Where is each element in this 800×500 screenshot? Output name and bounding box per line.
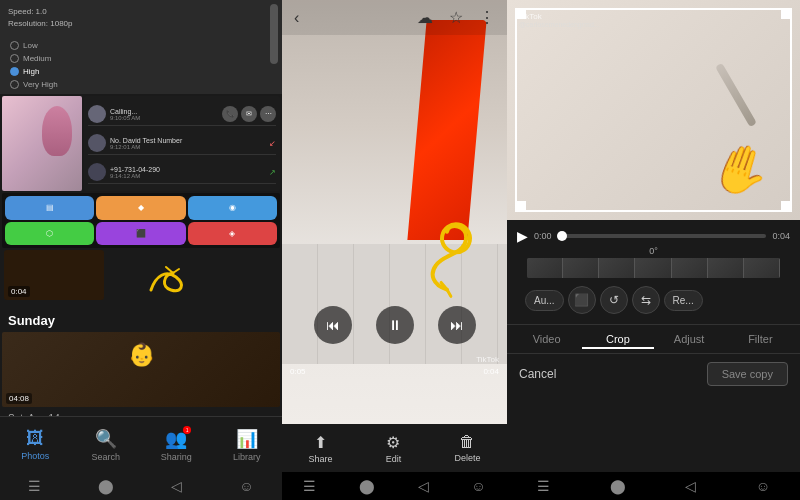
timestamp-left: 0:05 [290,367,306,376]
android-tasks-btn[interactable]: ☺ [239,478,253,494]
android-menu-btn-3[interactable]: ☰ [537,478,550,494]
thumb-row-top: Calling... 9:10:05 AM 📞 ✉ ⋯ No. David Te… [0,96,282,191]
tab-video-label: Video [533,333,561,345]
thumb-apps[interactable]: ▤ ◆ ◉ ⬡ ⬛ ◈ [2,193,280,248]
tiktok-info-label: TikTok [519,12,600,21]
thumb-calls[interactable]: Calling... 9:10:05 AM 📞 ✉ ⋯ No. David Te… [84,96,280,191]
rewind-button[interactable]: ⏮ [314,306,352,344]
back-icon[interactable]: ‹ [294,9,299,27]
delete-button[interactable]: 🗑 Delete [454,433,480,463]
android-tasks-btn-3[interactable]: ☺ [756,478,770,494]
cloud-icon[interactable]: ☁ [417,8,433,27]
forward-button[interactable]: ⏭ [438,306,476,344]
android-back-btn-2[interactable]: ◁ [418,478,429,494]
share-button[interactable]: ⬆ Share [309,433,333,464]
nav-search-label: Search [91,452,120,462]
android-home-btn[interactable]: ⬤ [98,478,114,494]
thumb-child-video[interactable]: 04:08 👶 [2,332,280,407]
android-tasks-btn-2[interactable]: ☺ [471,478,485,494]
aspect-ratio-btn[interactable]: ⬛ [568,286,596,314]
time-end: 0:04 [772,231,790,241]
resolution-label: Resolution: 1080p [8,18,73,30]
android-home-btn-2[interactable]: ⬤ [359,478,375,494]
save-copy-button[interactable]: Save copy [707,362,788,386]
android-back-btn-3[interactable]: ◁ [685,478,696,494]
re-label: Re... [673,295,694,306]
photos-panel: Speed: 1.0 Resolution: 1080p Low Medium … [0,0,282,500]
editor-video-bg: TikTok @carlosemenedengrmd... 🤚 [507,0,800,220]
crop-corner-bl[interactable] [516,201,526,211]
share-icon: ⬆ [314,433,327,452]
android-nav-panel1: ☰ ⬤ ◁ ☺ [0,472,282,500]
tab-adjust[interactable]: Adjust [654,331,725,349]
android-menu-btn[interactable]: ☰ [28,478,41,494]
timestamp-right: 0:04 [483,367,499,376]
nav-photos-label: Photos [21,451,49,461]
timeline-row: ▶ 0:00 0:04 [517,228,790,244]
app-icon-6: ◈ [188,222,277,246]
tab-filter[interactable]: Filter [725,331,796,349]
settings-bar: Speed: 1.0 Resolution: 1080p [0,0,282,36]
cancel-label: Cancel [519,367,556,381]
aspect-icon: ⬛ [574,293,589,307]
more-icon[interactable]: ⋮ [479,8,495,27]
editor-panel: TikTok @carlosemenedengrmd... 🤚 ▶ 0:00 0… [507,0,800,500]
editor-play-btn[interactable]: ▶ [517,228,528,244]
tab-video[interactable]: Video [511,331,582,349]
red-slide [407,20,486,240]
nav-search[interactable]: 🔍 Search [71,428,142,462]
section-sat: Sat, Aug 14 [0,409,282,416]
rotate-btn[interactable]: ↺ [600,286,628,314]
filmstrip-frame-7 [744,258,780,278]
app-icon-4: ⬡ [5,222,94,246]
video-panel: ‹ ☁ ☆ ⋮ TikTok ⏮ [282,0,507,500]
video-top-bar: ‹ ☁ ☆ ⋮ [282,0,507,35]
crop-corner-tr[interactable] [781,9,791,19]
tiktok-watermark: TikTok [476,355,499,364]
scrollbar[interactable] [270,4,278,64]
yellow-doodle [410,213,494,310]
android-home-btn-3[interactable]: ⬤ [610,478,626,494]
sharing-icon: 👥 1 [165,428,187,450]
auto-tool-btn[interactable]: Au... [525,290,564,311]
nav-sharing[interactable]: 👥 1 Sharing [141,428,212,462]
android-menu-btn-2[interactable]: ☰ [303,478,316,494]
android-back-btn[interactable]: ◁ [171,478,182,494]
editor-tools: Au... ⬛ ↺ ⇆ Re... [517,280,790,320]
quality-very-high[interactable]: Very High [8,79,274,90]
filmstrip-frame-5 [672,258,708,278]
flip-btn[interactable]: ⇆ [632,286,660,314]
rotation-value: 0° [649,246,658,256]
re-tool-btn[interactable]: Re... [664,290,703,311]
pause-button[interactable]: ⏸ [376,306,414,344]
quality-medium[interactable]: Medium [8,53,274,64]
photos-nav-bar: 🖼 Photos 🔍 Search 👥 1 Sharing 📊 Library [0,416,282,472]
quality-low[interactable]: Low [8,40,274,51]
android-nav-panel2: ☰ ⬤ ◁ ☺ [282,472,507,500]
filmstrip-frame-1 [527,258,563,278]
tab-crop[interactable]: Crop [582,331,653,349]
delete-label: Delete [454,453,480,463]
quality-high[interactable]: High [8,66,274,77]
thumb-figurine[interactable] [2,96,82,191]
video-top-actions: ☁ ☆ ⋮ [417,8,495,27]
star-icon[interactable]: ☆ [449,8,463,27]
photos-icon: 🖼 [26,428,44,449]
timeline-thumb[interactable] [557,231,567,241]
crop-corner-br[interactable] [781,201,791,211]
editor-bottom-bar: Cancel Save copy [507,353,800,394]
tab-filter-label: Filter [748,333,772,345]
video-thumb-doodle[interactable]: 0:04 [4,250,104,300]
cancel-button[interactable]: Cancel [519,367,556,381]
thumb-row-apps: ▤ ◆ ◉ ⬡ ⬛ ◈ [0,193,282,248]
doodle-row: 0:04 [2,250,280,305]
timeline-bar[interactable] [558,234,767,238]
object-graphic [715,63,757,128]
nav-library[interactable]: 📊 Library [212,428,283,462]
nav-photos[interactable]: 🖼 Photos [0,428,71,461]
edit-button[interactable]: ⚙ Edit [386,433,402,464]
tab-adjust-label: Adjust [674,333,705,345]
delete-icon: 🗑 [459,433,475,451]
quality-options: Low Medium High Very High [0,36,282,94]
video-content: TikTok ⏮ ⏸ ⏭ 0:05 0:04 [282,0,507,424]
